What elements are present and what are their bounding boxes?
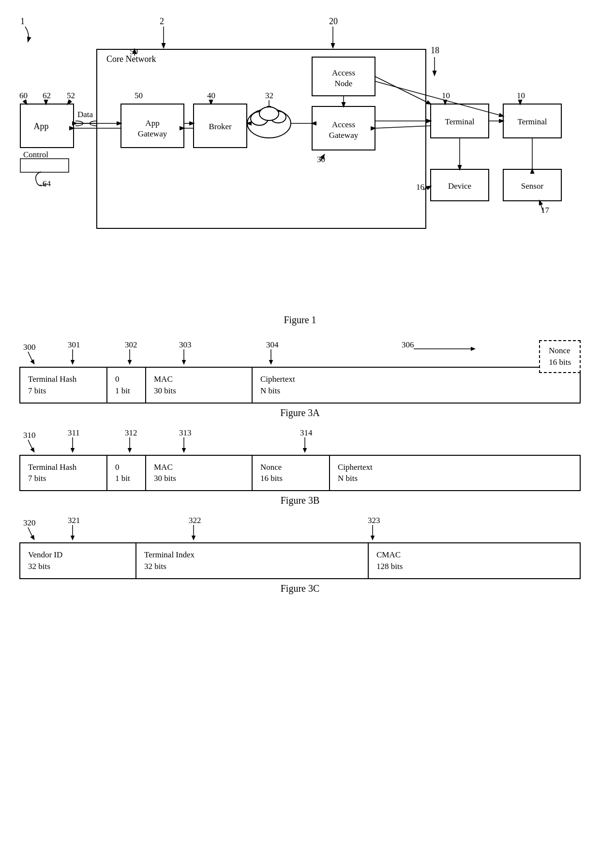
svg-text:Data: Data <box>77 110 93 119</box>
cell-terminal-hash-3b: Terminal Hash7 bits <box>19 455 106 492</box>
svg-text:311: 311 <box>68 428 80 437</box>
svg-text:Access: Access <box>332 68 355 77</box>
svg-text:Control: Control <box>23 150 48 159</box>
cell-ciphertext-3b: CiphertextN bits <box>329 455 581 492</box>
svg-rect-28 <box>312 57 375 96</box>
svg-text:313: 313 <box>179 428 192 437</box>
cell-terminal-hash-3a: Terminal Hash7 bits <box>19 367 106 404</box>
svg-text:Gateway: Gateway <box>138 129 167 138</box>
figure3b-caption: Figure 3B <box>19 495 581 506</box>
svg-text:App: App <box>34 121 49 131</box>
svg-rect-21 <box>194 104 247 148</box>
svg-text:310: 310 <box>23 431 36 440</box>
svg-text:320: 320 <box>23 518 36 527</box>
svg-text:16: 16 <box>416 182 424 192</box>
cell-vendor-id-3c: Vendor ID32 bits <box>19 542 135 579</box>
svg-rect-37 <box>503 104 561 138</box>
svg-text:10: 10 <box>517 91 525 100</box>
svg-point-25 <box>251 112 268 125</box>
svg-text:301: 301 <box>68 340 80 349</box>
figure1-caption: Figure 1 <box>10 314 590 326</box>
svg-text:10: 10 <box>442 91 450 100</box>
svg-text:App: App <box>145 119 159 128</box>
svg-text:32: 32 <box>265 91 273 100</box>
figure3c-row: Vendor ID32 bits Terminal Index32 bits C… <box>19 542 581 579</box>
svg-text:322: 322 <box>189 516 201 525</box>
svg-text:Device: Device <box>448 181 471 191</box>
cell-terminal-index-3c: Terminal Index32 bits <box>135 542 368 579</box>
figure1-diagram: 1 2 20 18 Core Network 50 App 60 62 <box>10 10 590 310</box>
svg-text:20: 20 <box>329 16 338 26</box>
figure3a-row: Terminal Hash7 bits 01 bit MAC30 bits Ci… <box>19 367 581 404</box>
svg-text:50: 50 <box>135 91 143 100</box>
svg-point-24 <box>247 109 291 138</box>
svg-text:304: 304 <box>266 340 279 349</box>
svg-text:312: 312 <box>125 428 137 437</box>
svg-text:30: 30 <box>317 155 325 164</box>
svg-text:300: 300 <box>23 343 36 352</box>
svg-text:2: 2 <box>160 16 164 26</box>
svg-point-27 <box>259 107 279 120</box>
svg-text:52: 52 <box>67 91 75 100</box>
svg-text:Core Network: Core Network <box>106 54 156 64</box>
svg-rect-14 <box>20 159 69 172</box>
svg-rect-44 <box>503 169 561 201</box>
figure1-title: Figure 1 <box>284 314 316 325</box>
svg-text:Gateway: Gateway <box>329 131 359 140</box>
svg-text:321: 321 <box>68 516 80 525</box>
svg-text:60: 60 <box>19 91 28 100</box>
svg-text:Node: Node <box>335 79 353 88</box>
svg-text:1: 1 <box>20 16 25 26</box>
svg-rect-16 <box>121 104 184 148</box>
svg-text:50: 50 <box>130 47 138 56</box>
svg-rect-7 <box>20 104 74 148</box>
svg-rect-41 <box>431 169 489 201</box>
svg-text:303: 303 <box>179 340 192 349</box>
svg-rect-35 <box>431 104 489 138</box>
figure3a-caption: Figure 3A <box>19 407 581 419</box>
figure3b-row: Terminal Hash7 bits 01 bit MAC30 bits No… <box>19 455 581 492</box>
cell-nonce-3b: Nonce16 bits <box>252 455 329 492</box>
cell-ciphertext-3a: CiphertextN bits <box>252 367 581 404</box>
svg-text:Terminal: Terminal <box>445 117 474 126</box>
svg-text:306: 306 <box>402 340 414 349</box>
svg-text:Access: Access <box>332 120 355 129</box>
cell-cmac-3c: CMAC128 bits <box>368 542 581 579</box>
svg-text:323: 323 <box>368 516 380 525</box>
svg-text:Broker: Broker <box>209 122 232 131</box>
svg-text:40: 40 <box>207 91 215 100</box>
cell-0-3a: 01 bit <box>106 367 145 404</box>
svg-text:314: 314 <box>300 428 313 437</box>
cell-mac-3b: MAC30 bits <box>145 455 252 492</box>
svg-text:Terminal: Terminal <box>517 117 547 126</box>
cell-mac-3a: MAC30 bits <box>145 367 252 404</box>
svg-text:17: 17 <box>541 206 550 215</box>
svg-text:Sensor: Sensor <box>521 181 544 191</box>
cell-0-3b: 01 bit <box>106 455 145 492</box>
svg-text:62: 62 <box>43 91 51 100</box>
svg-rect-31 <box>312 106 375 150</box>
svg-text:302: 302 <box>125 340 137 349</box>
svg-point-26 <box>270 111 286 123</box>
figure3c-caption: Figure 3C <box>19 583 581 594</box>
svg-rect-4 <box>97 49 426 228</box>
svg-text:64: 64 <box>43 179 51 188</box>
svg-text:18: 18 <box>431 45 439 55</box>
nonce-dashed-3a: Nonce16 bits <box>539 340 581 373</box>
